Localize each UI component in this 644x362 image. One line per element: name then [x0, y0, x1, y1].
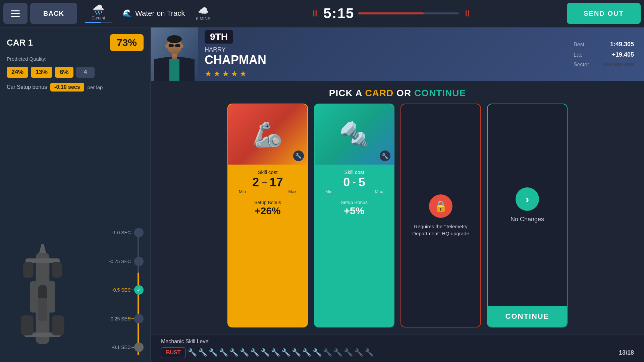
card-2-min-label: Min	[325, 189, 332, 194]
setup-bonus-value: -0.10 secs	[50, 83, 84, 92]
card-2-wrench-badge: 🔧	[380, 150, 390, 161]
svg-marker-1	[39, 244, 46, 253]
slider-label-3-active: -0.5 SEC	[107, 287, 131, 293]
slider-label-4: -0.25 SEC	[107, 316, 131, 321]
wrench-icons-container: 🔧🔧🔧🔧🔧🔧🔧🔧🔧🔧🔧🔧🔧🔧🔧🔧🔧🔧	[188, 348, 613, 357]
pause-button-right[interactable]: ⏸	[463, 8, 472, 19]
wrench-icon-13: 🔧	[313, 348, 322, 357]
card-1-min-label: Min	[239, 189, 246, 194]
card-2-min: 0	[343, 176, 350, 188]
mechanic-bar: BUST 🔧🔧🔧🔧🔧🔧🔧🔧🔧🔧🔧🔧🔧🔧🔧🔧🔧🔧 13\18	[161, 347, 634, 358]
best-label: Best	[574, 42, 594, 48]
slider-area: -1.0 SEC -0.75 SEC -0.5 SEC ✓	[83, 228, 144, 355]
svg-rect-6	[52, 262, 62, 278]
or-label: OR	[393, 88, 414, 98]
timer-display: 5:15	[323, 5, 354, 21]
lap-value: +19.405	[612, 51, 634, 58]
position-badge: 9TH	[205, 30, 233, 44]
card-4-continue[interactable]: › No Changes CONTINUE	[487, 104, 568, 327]
card-1-min-max-labels: Min Max	[232, 189, 303, 194]
wrench-icon-9: 🔧	[271, 348, 280, 357]
best-value: 1:49.305	[610, 41, 634, 48]
wrench-icon-2: 🔧	[198, 348, 207, 357]
wrench-icon-4: 🔧	[219, 348, 228, 357]
pill-3: 6%	[55, 67, 73, 78]
svg-point-15	[167, 35, 182, 43]
slider-circle-3-active[interactable]: ✓	[134, 285, 144, 295]
driver-stars: ★ ★ ★ ★ ★	[205, 69, 557, 78]
car-title: CAR 1	[7, 38, 33, 48]
per-lap-label: per lap	[88, 84, 103, 90]
rain-cloud-icon: 🌧️	[93, 4, 104, 15]
card-2[interactable]: 🔩 🔧 Skill cost 0 - 5 Min Max	[314, 104, 394, 327]
setup-bonus-row: Car Setup bonus -0.10 secs per lap	[7, 83, 144, 92]
next-condition: ☁️ 6 MINS	[191, 6, 215, 21]
card-3-body: 🔒 Requires the "Telemetry Department" HQ…	[401, 104, 480, 327]
card-2-mechanic-icon: 🔩	[339, 120, 369, 149]
star-5: ★	[239, 69, 247, 78]
quality-pills: 24% 13% 6% 4	[7, 67, 144, 78]
wrench-icon-7: 🔧	[250, 348, 259, 357]
slider-circle-1[interactable]	[134, 228, 144, 237]
send-out-button[interactable]: SEND OUT	[567, 3, 641, 24]
driver-header: 9TH HARRY CHAPMAN ★ ★ ★ ★ ★ Best 1:49.30…	[151, 27, 644, 81]
slider-circle-2[interactable]	[134, 257, 144, 266]
continue-label: CONTINUE	[414, 88, 466, 98]
wrench-icon-14: 🔧	[323, 348, 332, 357]
card-2-image: 🔩 🔧	[315, 104, 394, 165]
wrench-icon-11: 🔧	[292, 348, 301, 357]
pill-1: 24%	[7, 67, 28, 78]
menu-button[interactable]	[3, 3, 28, 24]
cards-row: 🦾 🔧 Skill cost 2 – 17 Min Max	[161, 104, 634, 327]
card-2-max: 5	[359, 176, 365, 188]
wrench-icon-6: 🔧	[240, 348, 249, 357]
slider-label-2: -0.75 SEC	[107, 259, 131, 264]
card-1-max-label: Max	[288, 189, 297, 194]
quality-badge: 73%	[110, 34, 144, 51]
hamburger-icon	[11, 10, 20, 17]
slider-circle-4[interactable]	[134, 314, 144, 323]
card-4-top: › No Changes	[504, 104, 551, 306]
star-4: ★	[231, 69, 238, 78]
svg-rect-8	[52, 315, 64, 336]
card-area: PICK A CARD OR CONTINUE 🦾 🔧 Skill cost 2…	[151, 81, 644, 334]
back-button[interactable]: BACK	[30, 3, 77, 24]
card-1-wrench-badge: 🔧	[293, 150, 304, 161]
pause-button-left[interactable]: ⏸	[311, 8, 319, 19]
svg-point-20	[180, 44, 183, 48]
mechanic-count: 13\18	[619, 349, 634, 356]
card-1-min: 2	[252, 176, 259, 188]
card-label: CARD	[365, 88, 393, 98]
svg-rect-7	[21, 315, 33, 336]
card-2-skill-cost-label: Skill cost	[319, 169, 390, 175]
wrench-icon-5: 🔧	[229, 348, 238, 357]
lock-icon: 🔒	[429, 194, 452, 218]
wrench-icon-8: 🔧	[261, 348, 270, 357]
svg-rect-10	[30, 281, 38, 313]
main-content: CAR 1 73% Predicted Quality: 24% 13% 6% …	[0, 27, 644, 362]
svg-rect-11	[47, 281, 55, 313]
card-1-max: 17	[270, 176, 283, 188]
svg-point-2	[37, 285, 48, 301]
card-1[interactable]: 🦾 🔧 Skill cost 2 – 17 Min Max	[227, 104, 308, 327]
checkmark-icon: ✓	[137, 287, 141, 293]
star-3: ★	[222, 69, 229, 78]
card-1-dash: –	[262, 178, 267, 187]
card-2-min-max-labels: Min Max	[319, 189, 390, 194]
sector-label: Sector	[574, 62, 594, 68]
card-3-locked[interactable]: 🔒 Requires the "Telemetry Department" HQ…	[400, 104, 481, 327]
current-label: Current	[92, 16, 105, 20]
slider-tick-1: -1.0 SEC	[83, 228, 144, 237]
card-2-max-label: Max	[375, 189, 383, 194]
pill-2: 13%	[31, 67, 52, 78]
mechanic-level-label: Mechanic Skill Level	[161, 339, 634, 345]
card-area-title: PICK A CARD OR CONTINUE	[161, 88, 634, 99]
driver-portrait-svg	[151, 27, 198, 81]
predicted-quality-label: Predicted Quality:	[7, 56, 144, 62]
next-cloud-icon: ☁️	[198, 6, 209, 16]
wrench-icon-18: 🔧	[365, 348, 374, 357]
svg-rect-9	[38, 298, 47, 321]
continue-button[interactable]: CONTINUE	[488, 306, 567, 327]
slider-circle-5[interactable]	[134, 343, 144, 352]
svg-rect-16	[168, 44, 174, 47]
